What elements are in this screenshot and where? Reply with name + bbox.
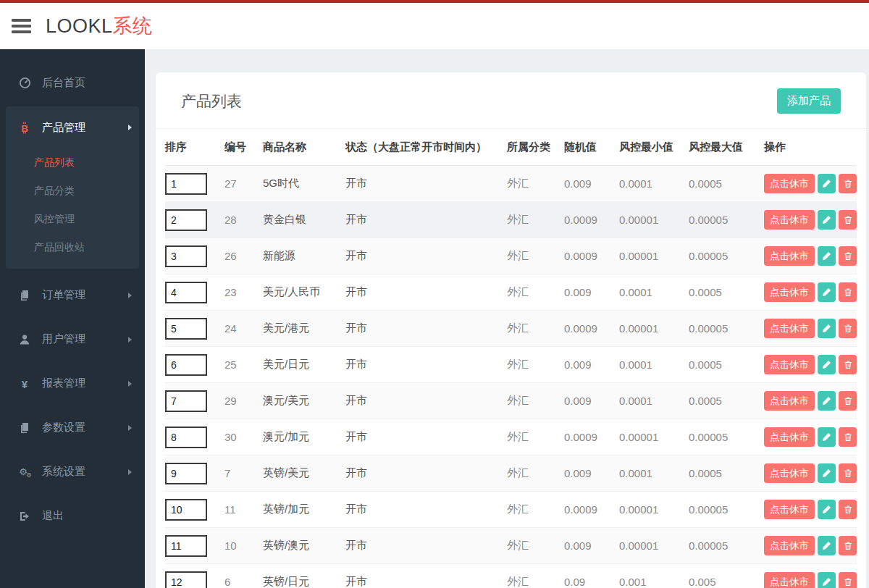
close-market-button[interactable]: 点击休市 (764, 427, 815, 447)
close-market-button[interactable]: 点击休市 (764, 355, 815, 374)
edit-button[interactable] (818, 572, 836, 588)
sort-input[interactable] (165, 354, 207, 376)
sort-input[interactable] (165, 463, 207, 484)
edit-button[interactable] (818, 463, 836, 483)
risk-min-value: 0.00001 (619, 539, 689, 552)
edit-button[interactable] (818, 319, 836, 338)
delete-button[interactable] (839, 427, 857, 447)
sort-input[interactable] (165, 173, 207, 195)
delete-button[interactable] (839, 174, 857, 193)
delete-button[interactable] (839, 391, 857, 411)
trash-icon (844, 287, 852, 297)
sidebar-item-退出[interactable]: 退出 (0, 494, 145, 538)
delete-button[interactable] (839, 500, 857, 519)
sidebar-item-产品管理[interactable]: B产品管理 (6, 106, 139, 148)
risk-min-value: 0.00001 (619, 503, 689, 516)
sidebar-group-产品管理: B产品管理产品列表产品分类风控管理产品回收站 (6, 106, 139, 269)
edit-button[interactable] (818, 355, 836, 374)
sidebar-item-后台首页[interactable]: 后台首页 (0, 61, 145, 105)
sidebar-subitem-风控管理[interactable]: 风控管理 (6, 205, 139, 233)
risk-min-value: 0.0001 (619, 358, 689, 371)
close-market-button[interactable]: 点击休市 (764, 319, 815, 338)
table-row: 24 美元/港元 开市 外汇 0.0009 0.00001 0.00005 点击… (165, 311, 857, 347)
category-text: 外汇 (507, 285, 564, 299)
sidebar-item-系统设置[interactable]: ⚙⚙系统设置 (0, 450, 145, 494)
random-value: 0.0009 (564, 250, 619, 262)
files-icon (16, 422, 33, 434)
delete-button[interactable] (839, 319, 857, 338)
delete-button[interactable] (839, 355, 857, 374)
sidebar-item-label: 用户管理 (42, 332, 128, 346)
svg-text:B: B (21, 122, 28, 133)
product-id: 11 (224, 503, 263, 516)
sidebar-item-label: 订单管理 (42, 288, 128, 302)
edit-button[interactable] (818, 536, 836, 555)
table-row: 23 美元/人民币 开市 外汇 0.009 0.0001 0.0005 点击休市 (165, 274, 857, 311)
delete-button[interactable] (839, 246, 857, 266)
close-market-button[interactable]: 点击休市 (764, 174, 815, 193)
edit-button[interactable] (818, 282, 836, 302)
sidebar-item-报表管理[interactable]: ¥报表管理 (0, 361, 145, 406)
edit-button[interactable] (818, 174, 836, 193)
status-text: 开市 (345, 539, 507, 553)
delete-button[interactable] (839, 463, 857, 483)
edit-button[interactable] (818, 500, 836, 519)
product-table: 排序编号商品名称状态（大盘正常开市时间内）所属分类随机值风控最小值风控最大值操作… (156, 129, 866, 588)
pencil-icon (822, 324, 831, 333)
pencil-icon (822, 505, 831, 514)
hamburger-menu-icon[interactable] (12, 19, 31, 33)
sidebar-subitem-产品列表[interactable]: 产品列表 (6, 148, 139, 177)
sidebar-item-参数设置[interactable]: 参数设置 (0, 406, 145, 450)
product-name: 澳元/加元 (263, 430, 345, 444)
delete-button[interactable] (839, 536, 857, 555)
close-market-button[interactable]: 点击休市 (764, 246, 815, 266)
sidebar-item-用户管理[interactable]: 用户管理 (0, 317, 145, 361)
status-text: 开市 (345, 466, 507, 480)
delete-button[interactable] (839, 210, 857, 230)
status-text: 开市 (345, 394, 507, 408)
risk-max-value: 0.00005 (689, 214, 764, 226)
delete-button[interactable] (839, 572, 857, 588)
trash-icon (844, 360, 852, 369)
close-market-button[interactable]: 点击休市 (764, 391, 815, 411)
sidebar-subitem-产品回收站[interactable]: 产品回收站 (6, 233, 139, 261)
sort-input[interactable] (165, 535, 207, 557)
product-name: 英镑/美元 (263, 466, 345, 480)
risk-min-value: 0.0001 (619, 395, 689, 407)
delete-button[interactable] (839, 282, 857, 302)
close-market-button[interactable]: 点击休市 (764, 282, 815, 302)
column-header: 随机值 (564, 140, 619, 154)
add-product-button[interactable]: 添加产品 (777, 88, 841, 114)
sort-input[interactable] (165, 390, 207, 412)
column-header: 操作 (764, 140, 857, 154)
risk-min-value: 0.00001 (619, 431, 689, 443)
product-name: 新能源 (263, 249, 345, 263)
sort-input[interactable] (165, 499, 207, 521)
sidebar-item-订单管理[interactable]: 订单管理 (0, 273, 145, 317)
table-row: 10 英镑/澳元 开市 外汇 0.009 0.00001 0.00005 点击休… (165, 528, 857, 564)
sort-input[interactable] (165, 282, 207, 303)
close-market-button[interactable]: 点击休市 (764, 210, 815, 230)
chevron-right-icon (128, 469, 132, 475)
sidebar-subitem-产品分类[interactable]: 产品分类 (6, 177, 139, 205)
close-market-button[interactable]: 点击休市 (764, 536, 815, 555)
sort-input[interactable] (165, 571, 207, 588)
sort-input[interactable] (165, 209, 207, 231)
edit-button[interactable] (818, 427, 836, 447)
app-header: LOOKL系统 (0, 3, 869, 49)
sort-input[interactable] (165, 318, 207, 340)
risk-max-value: 0.00005 (689, 539, 764, 552)
edit-button[interactable] (818, 246, 836, 266)
close-market-button[interactable]: 点击休市 (764, 463, 815, 483)
status-text: 开市 (345, 285, 507, 299)
edit-button[interactable] (818, 391, 836, 411)
sort-input[interactable] (165, 245, 207, 267)
sort-input[interactable] (165, 427, 207, 448)
sidebar-item-label: 系统设置 (42, 465, 128, 479)
random-value: 0.009 (564, 358, 619, 371)
close-market-button[interactable]: 点击休市 (764, 572, 815, 588)
edit-button[interactable] (818, 210, 836, 230)
risk-max-value: 0.00005 (689, 322, 764, 335)
status-text: 开市 (345, 575, 507, 588)
close-market-button[interactable]: 点击休市 (764, 500, 815, 519)
